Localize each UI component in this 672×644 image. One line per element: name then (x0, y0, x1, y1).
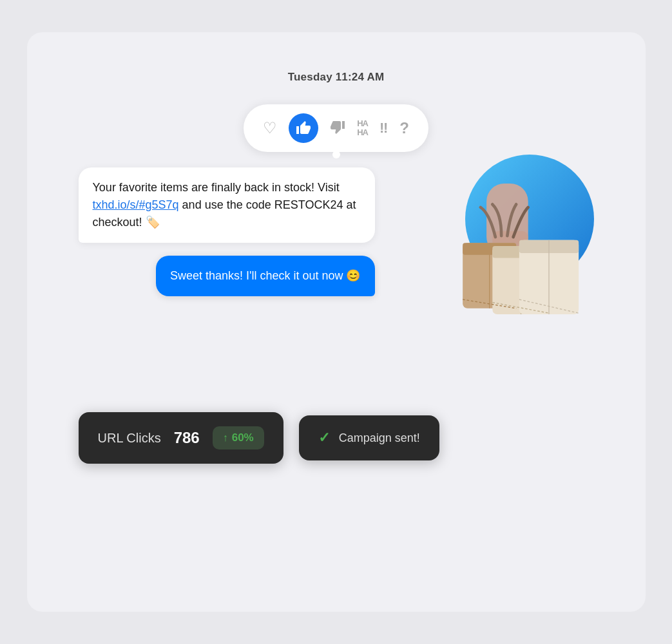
campaign-label: Campaign sent! (339, 431, 420, 445)
up-arrow-icon: ↑ (223, 432, 228, 444)
chat-area: Your favorite items are finally back in … (79, 167, 594, 374)
stats-bar: URL Clicks 786 ↑ 60% ✓ Campaign sent! (79, 412, 594, 464)
timestamp: Tuesday 11:24 AM (79, 71, 594, 84)
url-clicks-value: 786 (174, 429, 200, 447)
question-icon[interactable]: ? (399, 120, 409, 136)
sent-bubble: Sweet thanks! I'll check it out now 😊 (156, 256, 375, 296)
url-clicks-badge: ↑ 60% (213, 426, 264, 450)
main-card: Tuesday 11:24 AM ♡ HAHA ‼ ? Your favorit… (27, 32, 646, 612)
haha-icon[interactable]: HAHA (357, 119, 368, 138)
shopping-bags-icon (433, 184, 588, 374)
url-clicks-card: URL Clicks 786 ↑ 60% (79, 412, 283, 464)
heart-icon[interactable]: ♡ (263, 120, 277, 136)
received-text: Your favorite items are finally back in … (93, 181, 340, 194)
check-icon: ✓ (318, 430, 330, 446)
url-clicks-label: URL Clicks (98, 431, 161, 446)
sent-text: Sweet thanks! I'll check it out now 😊 (170, 269, 361, 282)
illustration (414, 155, 594, 374)
url-link[interactable]: txhd.io/s/#g5S7q (93, 198, 179, 211)
url-clicks-percent: 60% (232, 431, 254, 444)
messages-column: Your favorite items are finally back in … (79, 167, 375, 296)
exclaim-icon[interactable]: ‼ (379, 121, 388, 135)
reaction-bar: ♡ HAHA ‼ ? (244, 104, 428, 152)
campaign-sent-card: ✓ Campaign sent! (299, 415, 439, 460)
dislike-icon[interactable] (330, 119, 345, 137)
received-bubble: Your favorite items are finally back in … (79, 167, 375, 243)
like-icon[interactable] (289, 113, 318, 143)
